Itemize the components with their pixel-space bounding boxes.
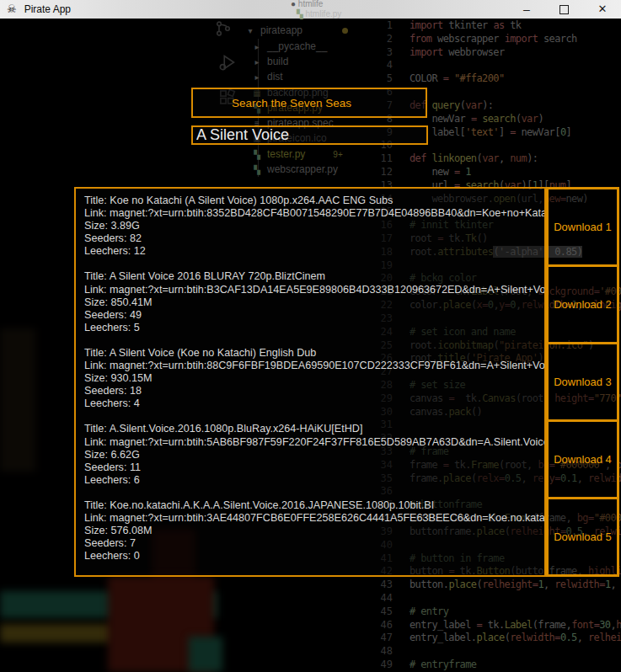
result-size: Size: 850.41M: [84, 296, 544, 309]
modified-dot-badge: [342, 28, 348, 34]
search-input[interactable]: [191, 125, 428, 145]
result-size: Size: 930.15M: [84, 372, 544, 385]
code-line: 48: [371, 645, 621, 659]
download-4-button[interactable]: Download 4: [546, 419, 619, 499]
download-5-button[interactable]: Download 5: [546, 497, 619, 577]
skull-app-icon: ☠: [7, 0, 17, 19]
run-debug-icon: [219, 54, 236, 74]
result-leechers: Leechers: 6: [84, 474, 544, 487]
result-leechers: Leechers: 12: [84, 245, 544, 258]
result-link: Link: magnet:?xt=urn:btih:8352BD428CF4B0…: [84, 207, 544, 220]
code-line: 12 new = 1: [371, 166, 621, 179]
code-line: 1import tkinter as tk: [371, 19, 621, 33]
result-size: Size: 576.08M: [84, 525, 544, 537]
problems-badge: 9+: [333, 150, 342, 159]
result-title: Title: A Silent Voice (Koe no Katachi) E…: [84, 347, 544, 360]
result-title: Title: A Silent Voice 2016 BLURAY 720p.B…: [84, 270, 544, 283]
result-seeders: Seeders: 18: [84, 385, 544, 397]
code-line: 5COLOR = "#ffa200": [371, 72, 621, 86]
explorer-folder-dist: ▸dist: [253, 70, 283, 83]
code-line: 43button.place(relheight=1, relwidth=1, …: [371, 579, 621, 592]
result-size: Size: 3.89G: [84, 220, 544, 232]
torrent-result: Title: A Silent Voice 2016 BLURAY 720p.B…: [84, 270, 544, 333]
download-3-button[interactable]: Download 3: [546, 342, 619, 422]
code-line: 46entry_label = tk.Label(frame,font=30,h…: [371, 619, 621, 632]
explorer-folder-pirateapp: ▾pirateapp: [246, 24, 348, 37]
result-title: Title: A.Silent.Voice.2016.1080p.BluRay.…: [84, 423, 544, 435]
maximize-button[interactable]: [549, 0, 578, 19]
torrent-result: Title: A.Silent.Voice.2016.1080p.BluRay.…: [84, 423, 544, 486]
result-link: Link: magnet:?xt=urn:btih:B3CAF13DA14EA5…: [84, 284, 544, 296]
result-link: Link: magnet:?xt=urn:btih:5AB6BF987F59F2…: [84, 436, 544, 449]
result-link: Link: magnet:?xt=urn:btih:88C9F6FBF19BDE…: [84, 360, 544, 372]
download-2-button[interactable]: Download 2: [546, 264, 619, 344]
code-line: 45# entry: [371, 605, 621, 619]
result-seeders: Seeders: 7: [84, 537, 544, 550]
explorer-folder-pycache: ▸__pycache__: [253, 40, 327, 53]
maximize-square-icon: [559, 5, 569, 14]
download-1-button[interactable]: Download 1: [546, 187, 619, 267]
result-title: Title: Koe.no.katachi.A.K.A.A.Silent.Voi…: [84, 499, 544, 512]
code-line: 49# entryframe: [371, 659, 621, 672]
code-line: 2from webscrapper import search: [371, 33, 621, 46]
code-line: 4: [371, 59, 621, 72]
explorer-file-webscrapper: ▚webscrapper.py: [253, 163, 338, 176]
search-button[interactable]: Search the Seven Seas: [191, 88, 427, 118]
code-line: 44: [371, 592, 621, 605]
result-seeders: Seeders: 11: [84, 461, 544, 474]
python-file-icon: ▚: [253, 165, 261, 174]
close-button[interactable]: ✕: [588, 0, 617, 19]
window-title: Pirate App: [24, 3, 71, 15]
result-size: Size: 6.62G: [84, 449, 544, 461]
result-link: Link: magnet:?xt=urn:btih:3AE44807FCB6E0…: [84, 512, 544, 525]
explorer-file-tester: ▚tester.py9+: [253, 147, 343, 161]
result-title: Title: Koe no Katachi (A Silent Voice) 1…: [84, 195, 544, 207]
code-line: 47entry_label.place(relwidth=0.5, relhei…: [371, 632, 621, 645]
python-file-icon: ▚: [253, 150, 261, 159]
result-seeders: Seeders: 49: [84, 309, 544, 322]
result-leechers: Leechers: 4: [84, 397, 544, 410]
explorer-folder-build: ▸build: [253, 55, 288, 68]
download-button-frame: Download 1 Download 2 Download 3 Downloa…: [546, 187, 619, 577]
bg-project-label: ● htmlife: [291, 0, 323, 8]
results-panel: Title: Koe no Katachi (A Silent Voice) 1…: [74, 187, 546, 577]
result-seeders: Seeders: 82: [84, 232, 544, 245]
torrent-result: Title: A Silent Voice (Koe no Katachi) E…: [84, 347, 544, 410]
result-leechers: Leechers: 0: [84, 550, 544, 563]
python-file-icon: ▚: [297, 9, 303, 19]
title-bar[interactable]: ☠ Pirate App ● htmlife ▚ htmlife.py – ✕: [0, 0, 621, 19]
bg-file-label: ▚ htmlife.py: [297, 9, 341, 19]
minimize-button[interactable]: –: [512, 0, 541, 19]
torrent-result: Title: Koe no Katachi (A Silent Voice) 1…: [84, 195, 544, 258]
result-leechers: Leechers: 5: [84, 322, 544, 334]
code-line: 3import webbrowser: [371, 46, 621, 60]
torrent-result: Title: Koe.no.katachi.A.K.A.A.Silent.Voi…: [84, 499, 544, 563]
source-control-icon: [215, 20, 232, 40]
code-line: 11def linkopen(var, num):: [371, 152, 621, 166]
folder-dot-icon: ●: [291, 0, 296, 8]
